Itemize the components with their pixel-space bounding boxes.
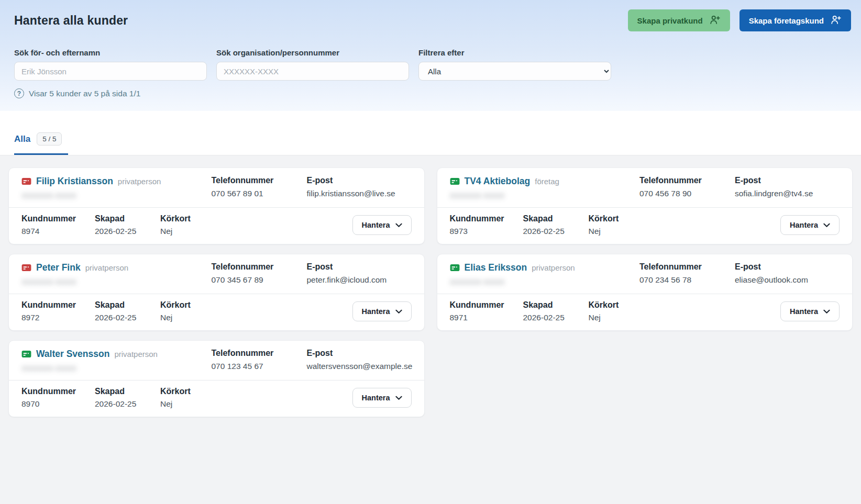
customer-type: privatperson — [85, 263, 129, 272]
masked-personal-number: XXXXXX-XXXX — [21, 277, 76, 286]
create-company-customer-label: Skapa företagskund — [749, 16, 824, 25]
person-plus-icon — [830, 14, 842, 27]
manage-button-label: Hantera — [362, 307, 390, 316]
created-value: 2026-02-25 — [95, 227, 160, 236]
created-value: 2026-02-25 — [95, 399, 160, 409]
customer-number-label: Kundnummer — [450, 300, 523, 310]
main-content: Filip Kristiansson privatperson XXXXXX-X… — [0, 155, 861, 417]
masked-personal-number: XXXXXX-XXXX — [21, 364, 76, 373]
search-name-label: Sök för- och efternamn — [14, 48, 207, 57]
phone-value: 070 567 89 01 — [212, 189, 290, 198]
id-card-icon — [21, 264, 31, 272]
email-value: peter.fink@icloud.com — [307, 275, 412, 285]
email-label: E-post — [307, 262, 412, 272]
customer-type: privatperson — [532, 263, 575, 272]
customer-number-label: Kundnummer — [450, 214, 523, 223]
id-card-icon — [450, 177, 460, 185]
manage-button-label: Hantera — [790, 221, 818, 229]
masked-personal-number: XXXXXX-XXXX — [21, 191, 76, 200]
created-label: Skapad — [523, 300, 589, 310]
search-org-input[interactable] — [216, 62, 409, 81]
customer-name: Elias Eriksson — [465, 262, 527, 273]
phone-label: Telefonnummer — [212, 176, 290, 185]
create-company-customer-button[interactable]: Skapa företagskund — [739, 9, 851, 31]
customer-name: Filip Kristiansson — [36, 176, 113, 187]
customer-card: Walter Svensson privatperson XXXXXX-XXXX… — [8, 340, 425, 417]
manage-button[interactable]: Hantera — [352, 388, 412, 408]
customer-number-label: Kundnummer — [21, 387, 95, 396]
email-label: E-post — [735, 176, 840, 185]
page-header: Hantera alla kunder Skapa privatkund Ska… — [0, 0, 861, 111]
tab-alla-count-badge: 5 / 5 — [37, 132, 62, 145]
search-org-field-group: Sök organisation/personnummer — [216, 48, 409, 81]
chevron-down-icon — [823, 221, 830, 229]
customer-list: Filip Kristiansson privatperson XXXXXX-X… — [8, 167, 853, 417]
created-value: 2026-02-25 — [523, 313, 589, 322]
filter-field-group: Filtrera efter Alla — [418, 48, 611, 81]
tab-alla[interactable]: Alla 5 / 5 — [14, 132, 68, 155]
license-label: Körkort — [160, 214, 218, 223]
email-value: sofia.lindgren@tv4.se — [735, 189, 840, 198]
manage-button[interactable]: Hantera — [780, 215, 840, 235]
license-label: Körkort — [589, 300, 646, 310]
filter-label: Filtrera efter — [418, 48, 611, 57]
chevron-down-icon — [395, 394, 402, 402]
id-card-icon — [21, 350, 31, 358]
customer-card: Elias Eriksson privatperson XXXXXX-XXXX … — [437, 254, 853, 331]
create-private-customer-button[interactable]: Skapa privatkund — [628, 9, 730, 31]
customer-type: företag — [535, 177, 559, 186]
manage-button[interactable]: Hantera — [352, 215, 412, 235]
results-info-row: ? Visar 5 kunder av 5 på sida 1/1 — [14, 88, 851, 98]
customer-name: Peter Fink — [36, 262, 81, 273]
email-value: eliase@outlook.com — [735, 275, 840, 285]
results-info-text: Visar 5 kunder av 5 på sida 1/1 — [29, 89, 140, 98]
created-value: 2026-02-25 — [95, 313, 160, 322]
email-label: E-post — [307, 176, 412, 185]
search-name-field-group: Sök för- och efternamn — [14, 48, 207, 81]
phone-value: 070 234 56 78 — [639, 275, 718, 285]
license-value: Nej — [589, 227, 646, 236]
search-org-label: Sök organisation/personnummer — [216, 48, 409, 57]
license-label: Körkort — [160, 300, 218, 310]
id-card-icon — [21, 177, 31, 185]
license-value: Nej — [160, 227, 218, 236]
phone-value: 070 123 45 67 — [212, 362, 290, 371]
customer-number-value: 8972 — [21, 313, 95, 322]
customer-type: privatperson — [118, 177, 161, 186]
customer-number-value: 8973 — [450, 227, 523, 236]
customer-name: TV4 Aktiebolag — [465, 176, 531, 187]
license-label: Körkort — [160, 387, 218, 396]
customer-card: Filip Kristiansson privatperson XXXXXX-X… — [8, 167, 425, 244]
chevron-down-icon — [823, 307, 830, 316]
help-circle-icon[interactable]: ? — [14, 88, 24, 98]
license-label: Körkort — [589, 214, 646, 223]
created-label: Skapad — [95, 387, 160, 396]
phone-value: 070 456 78 90 — [639, 189, 718, 198]
search-name-input[interactable] — [14, 62, 207, 81]
phone-label: Telefonnummer — [639, 262, 718, 272]
phone-label: Telefonnummer — [212, 262, 290, 272]
person-plus-icon — [709, 14, 721, 27]
header-actions: Skapa privatkund Skapa företagskund — [628, 9, 851, 31]
created-value: 2026-02-25 — [523, 227, 589, 236]
tab-bar: Alla 5 / 5 — [0, 111, 861, 155]
created-label: Skapad — [523, 214, 589, 223]
email-label: E-post — [735, 262, 840, 272]
manage-button[interactable]: Hantera — [780, 301, 840, 321]
customer-number-value: 8970 — [21, 399, 95, 409]
manage-button[interactable]: Hantera — [352, 301, 412, 321]
license-value: Nej — [589, 313, 646, 322]
email-label: E-post — [307, 349, 412, 358]
manage-button-label: Hantera — [362, 394, 390, 402]
create-private-customer-label: Skapa privatkund — [637, 16, 703, 25]
customer-number-value: 8974 — [21, 227, 95, 236]
license-value: Nej — [160, 313, 218, 322]
created-label: Skapad — [95, 300, 160, 310]
manage-button-label: Hantera — [790, 307, 818, 316]
tab-alla-label: Alla — [14, 134, 30, 144]
customer-type: privatperson — [114, 350, 158, 359]
customer-card: TV4 Aktiebolag företag XXXXXX-XXXX Telef… — [437, 167, 853, 244]
filter-select[interactable]: Alla — [418, 62, 611, 81]
customer-number-label: Kundnummer — [21, 214, 95, 223]
chevron-down-icon — [395, 221, 402, 229]
